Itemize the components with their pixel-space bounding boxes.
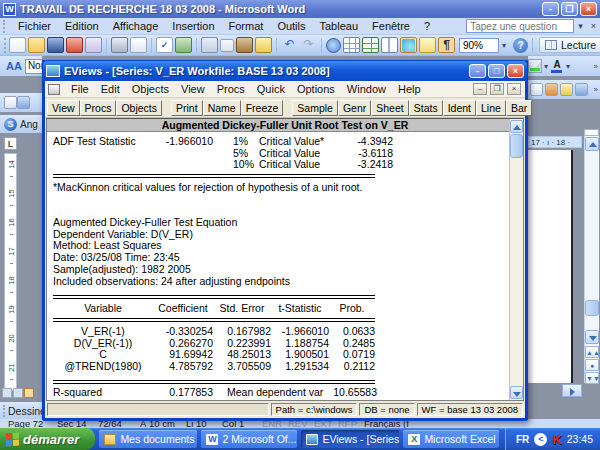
child-close-button[interactable]: ×: [507, 83, 521, 95]
start-button[interactable]: démarrer: [0, 428, 95, 450]
review-icon[interactable]: [4, 96, 17, 109]
language-bar-indicator[interactable]: FR: [516, 434, 529, 445]
scroll-down-button[interactable]: [585, 330, 599, 344]
menu-objects[interactable]: Objects: [126, 82, 175, 96]
columns-icon[interactable]: [381, 37, 398, 53]
ask-question-input[interactable]: [466, 19, 574, 33]
child-restore-button[interactable]: ❐: [490, 83, 504, 95]
stats-button[interactable]: Stats: [409, 100, 443, 116]
language-indicator[interactable]: Ang: [20, 119, 38, 130]
menu-help[interactable]: ?: [417, 19, 437, 33]
menu-outils[interactable]: Outils: [270, 19, 312, 33]
eviews-minimize-button[interactable]: -: [469, 64, 486, 78]
save-icon[interactable]: [47, 37, 64, 53]
sync-icon[interactable]: S: [4, 118, 17, 131]
copy-icon[interactable]: [220, 39, 234, 52]
accept-change-icon[interactable]: [530, 83, 543, 96]
drawing-toolbar-icon[interactable]: [400, 37, 417, 53]
previous-page-button[interactable]: ▲▲: [585, 346, 599, 358]
scroll-up-button[interactable]: [585, 137, 599, 151]
scroll-up-button[interactable]: [510, 120, 523, 133]
toolbar-options-icon[interactable]: »: [594, 85, 600, 94]
cut-icon[interactable]: [201, 37, 218, 53]
research-icon[interactable]: [175, 37, 192, 53]
child-minimize-button[interactable]: –: [473, 83, 487, 95]
document-map-icon[interactable]: [419, 37, 436, 53]
genr-button[interactable]: Genr: [338, 100, 371, 116]
command-field[interactable]: [47, 403, 269, 416]
toolbar-grip[interactable]: [3, 20, 8, 33]
ident-button[interactable]: Ident: [443, 100, 476, 116]
reading-mode-button[interactable]: Lecture: [539, 37, 600, 53]
freeze-button[interactable]: Freeze: [241, 100, 284, 116]
help-icon[interactable]: ?: [513, 38, 528, 53]
word-restore-button[interactable]: ❐: [561, 2, 578, 16]
toolbar-grip[interactable]: [3, 405, 5, 417]
reject-change-icon[interactable]: [545, 83, 558, 96]
vertical-ruler[interactable]: 14 15 16 17 18 19 20 21: [4, 153, 17, 391]
new-document-icon[interactable]: [9, 37, 26, 53]
task-eviews[interactable]: EViews - [Series...: [301, 430, 399, 448]
print-icon[interactable]: [111, 37, 128, 53]
scroll-right-button[interactable]: [562, 384, 582, 397]
menu-file[interactable]: File: [65, 82, 95, 96]
menu-options[interactable]: Options: [291, 82, 341, 96]
view-button[interactable]: View: [47, 100, 80, 116]
zoom-level-input[interactable]: 90%: [459, 38, 499, 53]
toolbar-options-icon[interactable]: »: [594, 62, 600, 71]
name-button[interactable]: Name: [203, 100, 241, 116]
scrollbar-thumb[interactable]: [510, 134, 523, 158]
eviews-maximize-button[interactable]: □: [488, 64, 505, 78]
spelling-icon[interactable]: ✓: [156, 37, 173, 53]
objects-button[interactable]: Objects: [116, 100, 162, 116]
menu-insertion[interactable]: Insertion: [165, 19, 221, 33]
task-word-group[interactable]: W 2 Microsoft Of... ▾: [201, 430, 297, 448]
hide-icons-chevron[interactable]: <: [534, 433, 547, 446]
menu-tableau[interactable]: Tableau: [313, 19, 366, 33]
line-button[interactable]: Line: [476, 100, 506, 116]
split-handle[interactable]: [584, 129, 599, 136]
chevron-down-icon[interactable]: ▾: [574, 21, 587, 31]
sample-button[interactable]: Sample: [292, 100, 338, 116]
chevron-down-icon[interactable]: ▾: [564, 62, 572, 71]
format-painter-icon[interactable]: [255, 37, 272, 53]
print-preview-icon[interactable]: [130, 37, 147, 53]
eviews-title-bar[interactable]: EViews - [Series: V_ER Workfile: BASE 13…: [42, 60, 528, 81]
review-pane-icon[interactable]: [17, 96, 30, 109]
close-icon[interactable]: ×: [587, 21, 600, 31]
redo-icon[interactable]: ↷: [300, 37, 317, 53]
new-window-icon[interactable]: [575, 83, 588, 96]
procs-button[interactable]: Procs: [80, 100, 117, 116]
paste-icon[interactable]: [236, 37, 253, 53]
menu-window[interactable]: Window: [341, 82, 392, 96]
permission-icon[interactable]: [66, 37, 83, 53]
tab-selector[interactable]: L: [4, 137, 17, 150]
hyperlink-icon[interactable]: [326, 38, 341, 53]
undo-icon[interactable]: ↶: [281, 37, 298, 53]
task-mes-documents[interactable]: Mes documents: [99, 430, 197, 448]
series-window-icon[interactable]: [48, 84, 60, 95]
eviews-close-button[interactable]: ×: [507, 64, 524, 78]
menu-format[interactable]: Format: [222, 19, 271, 33]
normal-view-button[interactable]: [2, 388, 12, 398]
style-combo[interactable]: Norm: [25, 59, 42, 74]
scroll-down-button[interactable]: [510, 386, 523, 399]
pencil-icon[interactable]: [560, 83, 573, 96]
menu-fenetre[interactable]: Fenêtre: [365, 19, 417, 33]
print-button[interactable]: Print: [171, 100, 203, 116]
chevron-down-icon[interactable]: ▾: [542, 62, 550, 71]
open-icon[interactable]: [28, 37, 45, 53]
horizontal-ruler[interactable]: 17 · ı · 18 ·: [528, 136, 582, 148]
toolbar-grip[interactable]: [4, 38, 6, 53]
word-close-button[interactable]: ×: [580, 2, 597, 16]
insert-excel-icon[interactable]: [362, 37, 379, 53]
menu-edit[interactable]: Edit: [95, 82, 126, 96]
email-icon[interactable]: [85, 37, 102, 53]
menu-procs[interactable]: Procs: [211, 82, 251, 96]
menu-help[interactable]: Help: [392, 82, 427, 96]
bar-button[interactable]: Bar: [506, 100, 532, 116]
sheet-button[interactable]: Sheet: [371, 100, 408, 116]
scrollbar-thumb[interactable]: [585, 300, 599, 316]
menu-view[interactable]: View: [175, 82, 211, 96]
web-layout-button[interactable]: [13, 388, 23, 398]
